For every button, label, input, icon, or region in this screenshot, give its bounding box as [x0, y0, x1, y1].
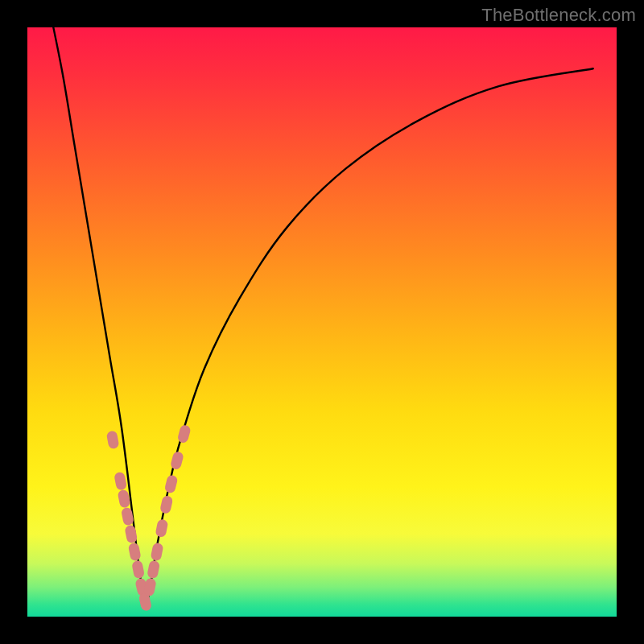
marker-left: [128, 542, 142, 561]
plot-area: [27, 27, 617, 617]
marker-left: [114, 472, 127, 491]
outer-frame: TheBottleneck.com: [0, 0, 644, 644]
marker-cluster-right: [143, 424, 192, 597]
marker-right: [170, 451, 184, 471]
bottleneck-curve-svg: [27, 27, 617, 617]
attribution-text: TheBottleneck.com: [481, 5, 636, 26]
marker-left: [106, 430, 120, 449]
marker-right: [164, 474, 179, 493]
marker-left: [124, 524, 138, 543]
marker-left: [131, 559, 145, 579]
marker-right: [155, 518, 168, 538]
marker-right: [159, 495, 174, 514]
marker-right: [143, 577, 157, 597]
marker-right: [151, 542, 164, 561]
marker-right: [147, 559, 160, 579]
marker-right: [177, 424, 192, 444]
